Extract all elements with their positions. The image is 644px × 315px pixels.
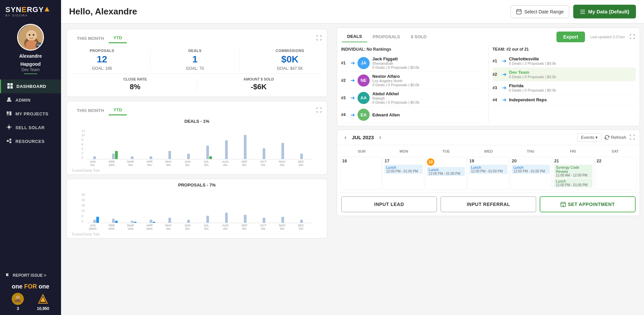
synergy-logo-small bbox=[37, 293, 49, 305]
refresh-button[interactable]: Refresh bbox=[605, 135, 626, 140]
calendar-prev-button[interactable]: ‹ bbox=[342, 134, 349, 141]
lb-arrow-1: ➜ bbox=[351, 60, 355, 66]
export-button[interactable]: Export bbox=[556, 32, 585, 42]
lb-tab-proposals[interactable]: PROPOSALS bbox=[367, 31, 406, 42]
team-info-1: Charlottesville 0 Deals | 3 Proposals | … bbox=[509, 56, 556, 65]
proposals-value: 12 bbox=[97, 54, 107, 65]
deals-stat: DEALS 1 GOAL: 70 bbox=[186, 49, 204, 71]
cal-cell-16[interactable]: 16 bbox=[340, 157, 382, 190]
cal-cell-17[interactable]: 17 Lunch 12:00 PM - 01:00 PM bbox=[383, 157, 424, 190]
svg-rect-7 bbox=[7, 83, 10, 86]
cal-cell-21[interactable]: 21 Synergy Code Review 11:00 AM - 12:00 … bbox=[552, 157, 594, 190]
team-rank-4: #4 bbox=[493, 98, 499, 102]
input-lead-button[interactable]: INPUT LEAD bbox=[341, 196, 437, 212]
lb-avatar-2: NE bbox=[358, 74, 370, 87]
svg-marker-27 bbox=[40, 297, 46, 302]
set-appointment-button[interactable]: SET APPOINTMENT bbox=[540, 196, 636, 212]
expand-deals-chart-icon[interactable]: ⛶ bbox=[316, 107, 322, 113]
expand-stats-icon[interactable]: ⛶ bbox=[316, 35, 322, 41]
deals-tab-this-month[interactable]: THIS MONTH bbox=[72, 106, 109, 115]
commissions-value: $0K bbox=[281, 54, 299, 65]
team-rank-1: #1 bbox=[493, 59, 499, 63]
calendar-plus-icon bbox=[560, 202, 566, 207]
sidebar-item-sell-solar-label: SELL SOLAR bbox=[15, 125, 45, 130]
calendar-next-button[interactable]: › bbox=[377, 134, 384, 141]
report-issue-button[interactable]: REPORT ISSUE > bbox=[5, 270, 56, 280]
team-sub-1: 0 Deals | 3 Proposals | $0.0k bbox=[509, 61, 556, 65]
deals-tab-ytd[interactable]: YTD bbox=[109, 105, 127, 115]
bottom-actions: INPUT LEAD INPUT REFERRAL SET APPOINTMEN… bbox=[337, 193, 640, 216]
event-time-18-1: 12:00 PM - 01:00 PM bbox=[429, 172, 463, 175]
lb-details-2: 0 Deals | 0 Proposals | $0.0k bbox=[372, 83, 484, 87]
event-name-19-1: Lunch bbox=[471, 165, 505, 169]
cal-day-wed: WED bbox=[467, 148, 509, 155]
lb-arrow-4: ➜ bbox=[351, 112, 355, 118]
cal-date-20: 20 bbox=[512, 158, 550, 163]
cal-cell-20[interactable]: 20 Lunch 12:00 PM - 01:00 PM bbox=[510, 157, 551, 190]
cal-event-21-1[interactable]: Synergy Code Review 11:00 AM - 12:00 PM bbox=[554, 165, 592, 178]
lb-details-3: 0 Deals | 0 Proposals | $0.0k bbox=[372, 100, 484, 104]
lb-arrow-3: ➜ bbox=[351, 95, 355, 101]
individual-rankings: INDIVIDUAL: No Rankings #1 ➜ JA Jack Fig… bbox=[337, 45, 488, 123]
event-name-17-1: Lunch bbox=[386, 165, 421, 169]
my-data-label: My Data (Default) bbox=[588, 9, 629, 14]
refresh-label: Refresh bbox=[611, 135, 626, 140]
lb-individual-3: #3 ➜ AA Abdul Alkhel Raleigh 0 Deals | 0… bbox=[341, 89, 484, 107]
team-sub-3: 0 Deals | 0 Proposals | $0.0k bbox=[509, 88, 556, 92]
cal-event-20-1[interactable]: Lunch 12:00 PM - 01:00 PM bbox=[512, 165, 550, 174]
calendar-card: ‹ JUL 2023 › Events ▾ Refresh ⛶ bbox=[337, 129, 640, 216]
event-time-21-2: 12:00 PM - 01:00 PM bbox=[556, 183, 590, 187]
calendar-controls: Events ▾ Refresh ⛶ bbox=[577, 133, 635, 142]
cal-event-17-1[interactable]: Lunch 12:00 PM - 01:00 PM bbox=[384, 165, 422, 174]
sidebar-item-dashboard[interactable]: DASHBOARD bbox=[0, 80, 61, 93]
expand-calendar-icon[interactable]: ⛶ bbox=[630, 135, 635, 141]
events-dropdown-button[interactable]: Events ▾ bbox=[577, 133, 601, 142]
cal-event-21-2[interactable]: Lunch 12:00 PM - 01:00 PM bbox=[554, 178, 592, 188]
user-score-avatar bbox=[12, 293, 24, 305]
calendar-grid: SUN MON TUE WED THU FRI SAT 16 bbox=[337, 145, 640, 193]
lb-tab-sold[interactable]: $ SOLD bbox=[406, 31, 432, 42]
lb-avatar-1: JA bbox=[358, 57, 370, 69]
cal-cell-18[interactable]: 18 Lunch 12:00 PM - 01:00 PM bbox=[425, 157, 467, 190]
camera-icon[interactable]: 📷 bbox=[36, 42, 42, 49]
cal-event-19-1[interactable]: Lunch 12:00 PM - 01:00 PM bbox=[469, 165, 507, 174]
cal-event-18-1[interactable]: Lunch 12:00 PM - 01:00 PM bbox=[427, 167, 465, 176]
calendar-week: 16 17 Lunch 12:00 PM - 01:00 PM bbox=[340, 157, 636, 190]
lb-tab-deals[interactable]: DEALS bbox=[342, 31, 367, 42]
tab-this-month[interactable]: THIS MONTH bbox=[72, 34, 109, 43]
event-time-17-1: 12:00 PM - 01:00 PM bbox=[386, 169, 421, 173]
individual-title: INDIVIDUAL: No Rankings bbox=[341, 45, 484, 54]
svg-rect-8 bbox=[10, 83, 13, 86]
deals-chart-card: THIS MONTH YTD ⛶ DEALS - 1% 11 10 8 6 4 … bbox=[66, 101, 327, 175]
sidebar-item-admin[interactable]: ADMIN bbox=[0, 93, 61, 107]
lb-avatar-3: AA bbox=[358, 92, 370, 104]
lb-details-1: 0 Deals | 0 Proposals | $0.0k bbox=[372, 65, 484, 69]
flag-icon bbox=[5, 273, 10, 278]
cal-day-mon: MON bbox=[383, 148, 425, 155]
proposals-goal: GOAL: 166 bbox=[92, 66, 112, 71]
projects-icon bbox=[6, 111, 12, 117]
tab-ytd[interactable]: YTD bbox=[109, 33, 127, 43]
sidebar-item-resources[interactable]: RESOURCES bbox=[0, 135, 61, 148]
deals-chart-tabs: THIS MONTH YTD ⛶ bbox=[67, 101, 327, 115]
cal-cell-19[interactable]: 19 Lunch 12:00 PM - 01:00 PM bbox=[468, 157, 509, 190]
team-rank-3: #3 bbox=[493, 86, 499, 90]
sidebar-item-my-projects[interactable]: MY PROJECTS bbox=[0, 107, 61, 121]
date-range-button[interactable]: Select Date Range bbox=[511, 5, 570, 18]
expand-leaderboard-icon[interactable]: ⛶ bbox=[630, 34, 635, 40]
user-score-value: 3 bbox=[17, 306, 19, 311]
cal-cell-22[interactable]: 22 bbox=[595, 157, 636, 190]
sell-solar-icon bbox=[6, 124, 12, 131]
my-data-button[interactable]: My Data (Default) bbox=[573, 5, 636, 18]
calendar-header: ‹ JUL 2023 › Events ▾ Refresh ⛶ bbox=[337, 130, 640, 145]
sidebar-item-sell-solar[interactable]: SELL SOLAR bbox=[0, 121, 61, 135]
team-rankings: TEAM: #2 out of 21 #1 ➜ Charlottesville … bbox=[489, 45, 640, 123]
team-info-4: Independent Reps bbox=[509, 97, 547, 102]
lb-arrow-2: ➜ bbox=[351, 77, 355, 84]
amount-sold-stat: AMOUNT $ SOLD -$6K bbox=[197, 77, 321, 91]
input-referral-button[interactable]: INPUT REFERRAL bbox=[440, 196, 536, 212]
stats-card: THIS MONTH YTD ⛶ PROPOSALS 12 GOAL: 166 … bbox=[66, 29, 327, 97]
main-content: Hello, Alexandre Select Date Range My Da… bbox=[61, 0, 644, 315]
content-area: THIS MONTH YTD ⛶ PROPOSALS 12 GOAL: 166 … bbox=[61, 23, 644, 315]
report-issue-label: REPORT ISSUE > bbox=[13, 273, 46, 278]
